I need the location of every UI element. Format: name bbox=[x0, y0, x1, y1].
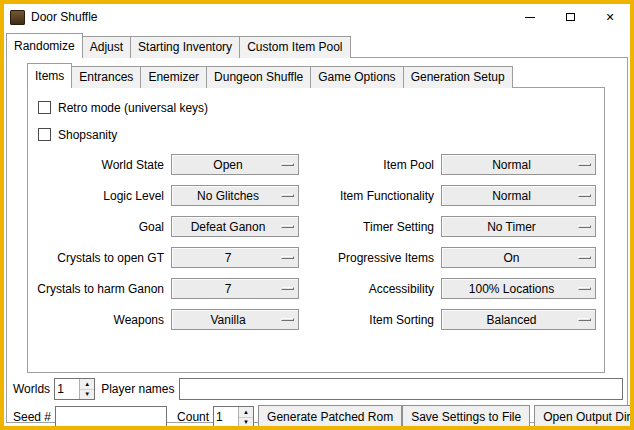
open-output-directory-button[interactable]: Open Output Directory bbox=[534, 405, 634, 429]
optionmenu-indicator-icon bbox=[578, 318, 591, 321]
optionmenu-indicator-icon bbox=[578, 256, 591, 259]
count-spin-arrows: ▲ ▼ bbox=[238, 407, 253, 427]
tab-items[interactable]: Items bbox=[27, 63, 72, 88]
item-sorting-value: Balanced bbox=[486, 313, 550, 327]
accessibility-dropdown[interactable]: 100% Locations bbox=[441, 278, 596, 299]
app-icon bbox=[10, 10, 25, 25]
main-tabs: Randomize Adjust Starting Inventory Cust… bbox=[6, 32, 630, 57]
minimize-icon bbox=[525, 17, 535, 18]
progressive-items-label: Progressive Items bbox=[306, 251, 434, 265]
crystals-ganon-label: Crystals to harm Ganon bbox=[36, 282, 164, 296]
app-window: Door Shuffle ✕ Randomize Adjust Starting… bbox=[0, 0, 634, 430]
retro-mode-row: Retro mode (universal keys) bbox=[38, 100, 596, 115]
timer-setting-value: No Timer bbox=[487, 220, 550, 234]
crystals-ganon-value: 7 bbox=[225, 282, 246, 296]
item-functionality-value: Normal bbox=[492, 189, 545, 203]
player-names-label: Player names bbox=[99, 382, 178, 396]
accessibility-value: 100% Locations bbox=[469, 282, 568, 296]
maximize-button[interactable] bbox=[550, 4, 590, 30]
tab-enemizer[interactable]: Enemizer bbox=[140, 66, 207, 88]
shopsanity-checkbox[interactable] bbox=[38, 128, 51, 141]
logic-level-dropdown[interactable]: No Glitches bbox=[171, 185, 299, 206]
tab-adjust[interactable]: Adjust bbox=[82, 36, 131, 58]
goal-label: Goal bbox=[36, 220, 164, 234]
randomize-tab-panel: Items Entrances Enemizer Dungeon Shuffle… bbox=[6, 57, 628, 423]
minimize-button[interactable] bbox=[510, 4, 550, 30]
close-button[interactable]: ✕ bbox=[590, 4, 630, 30]
optionmenu-indicator-icon bbox=[578, 163, 591, 166]
item-sorting-label: Item Sorting bbox=[306, 313, 434, 327]
player-names-input[interactable] bbox=[179, 378, 624, 400]
worlds-spinbox: ▲ ▼ bbox=[54, 378, 95, 400]
weapons-dropdown[interactable]: Vanilla bbox=[171, 309, 299, 330]
count-label: Count bbox=[175, 410, 213, 424]
timer-setting-label: Timer Setting bbox=[306, 220, 434, 234]
weapons-value: Vanilla bbox=[210, 313, 259, 327]
optionmenu-indicator-icon bbox=[281, 287, 294, 290]
accessibility-label: Accessibility bbox=[306, 282, 434, 296]
tab-generation-setup[interactable]: Generation Setup bbox=[403, 66, 513, 88]
window-title: Door Shuffle bbox=[31, 10, 98, 24]
optionmenu-indicator-icon bbox=[281, 318, 294, 321]
spin-down-button[interactable]: ▼ bbox=[80, 390, 94, 400]
tab-randomize[interactable]: Randomize bbox=[6, 33, 83, 58]
tab-dungeon-shuffle[interactable]: Dungeon Shuffle bbox=[206, 66, 311, 88]
optionmenu-indicator-icon bbox=[281, 163, 294, 166]
arrow-down-icon: ▼ bbox=[84, 391, 90, 397]
titlebar: Door Shuffle ✕ bbox=[4, 4, 630, 30]
maximize-icon bbox=[566, 13, 575, 21]
shopsanity-label: Shopsanity bbox=[58, 128, 117, 142]
crystals-gt-label: Crystals to open GT bbox=[36, 251, 164, 265]
timer-setting-dropdown[interactable]: No Timer bbox=[441, 216, 596, 237]
optionmenu-indicator-icon bbox=[578, 194, 591, 197]
goal-value: Defeat Ganon bbox=[191, 220, 280, 234]
item-pool-dropdown[interactable]: Normal bbox=[441, 154, 596, 175]
weapons-label: Weapons bbox=[36, 313, 164, 327]
seed-input[interactable] bbox=[55, 406, 167, 428]
crystals-ganon-dropdown[interactable]: 7 bbox=[171, 278, 299, 299]
generate-rom-button[interactable]: Generate Patched Rom bbox=[258, 405, 402, 429]
bottom-controls: Worlds ▲ ▼ Player names Seed # Count bbox=[11, 373, 623, 429]
tab-game-options[interactable]: Game Options bbox=[310, 66, 403, 88]
worlds-spin-arrows: ▲ ▼ bbox=[79, 379, 94, 399]
world-state-dropdown[interactable]: Open bbox=[171, 154, 299, 175]
items-tab-panel: Retro mode (universal keys) Shopsanity W… bbox=[27, 87, 605, 373]
progressive-items-dropdown[interactable]: On bbox=[441, 247, 596, 268]
count-spinbox: ▲ ▼ bbox=[213, 406, 254, 428]
tab-starting-inventory[interactable]: Starting Inventory bbox=[130, 36, 240, 58]
crystals-gt-dropdown[interactable]: 7 bbox=[171, 247, 299, 268]
arrow-up-icon: ▲ bbox=[84, 381, 90, 387]
worlds-label: Worlds bbox=[11, 382, 54, 396]
count-input[interactable] bbox=[214, 407, 238, 427]
arrow-up-icon: ▲ bbox=[243, 409, 249, 415]
worlds-input[interactable] bbox=[55, 379, 79, 399]
item-functionality-label: Item Functionality bbox=[306, 189, 434, 203]
item-pool-label: Item Pool bbox=[306, 158, 434, 172]
seed-row: Seed # Count ▲ ▼ Generate Patched Rom Sa… bbox=[11, 405, 623, 429]
seed-label: Seed # bbox=[11, 410, 55, 424]
settings-tabs: Items Entrances Enemizer Dungeon Shuffle… bbox=[27, 62, 627, 87]
spin-down-button[interactable]: ▼ bbox=[239, 418, 253, 428]
item-functionality-dropdown[interactable]: Normal bbox=[441, 185, 596, 206]
optionmenu-indicator-icon bbox=[281, 225, 294, 228]
optionmenu-indicator-icon bbox=[578, 287, 591, 290]
tab-custom-item-pool[interactable]: Custom Item Pool bbox=[239, 36, 350, 58]
item-pool-value: Normal bbox=[492, 158, 545, 172]
logic-level-label: Logic Level bbox=[36, 189, 164, 203]
progressive-items-value: On bbox=[503, 251, 533, 265]
optionmenu-indicator-icon bbox=[578, 225, 591, 228]
optionmenu-indicator-icon bbox=[281, 194, 294, 197]
retro-mode-checkbox[interactable] bbox=[38, 101, 51, 114]
optionmenu-indicator-icon bbox=[281, 256, 294, 259]
item-sorting-dropdown[interactable]: Balanced bbox=[441, 309, 596, 330]
tab-entrances[interactable]: Entrances bbox=[71, 66, 141, 88]
spin-up-button[interactable]: ▲ bbox=[239, 407, 253, 418]
spin-up-button[interactable]: ▲ bbox=[80, 379, 94, 390]
crystals-gt-value: 7 bbox=[225, 251, 246, 265]
save-settings-button[interactable]: Save Settings to File bbox=[402, 405, 530, 429]
options-grid: World State Open Item Pool Normal Logic … bbox=[36, 154, 596, 330]
shopsanity-row: Shopsanity bbox=[38, 127, 596, 142]
goal-dropdown[interactable]: Defeat Ganon bbox=[171, 216, 299, 237]
logic-level-value: No Glitches bbox=[197, 189, 273, 203]
world-state-label: World State bbox=[36, 158, 164, 172]
